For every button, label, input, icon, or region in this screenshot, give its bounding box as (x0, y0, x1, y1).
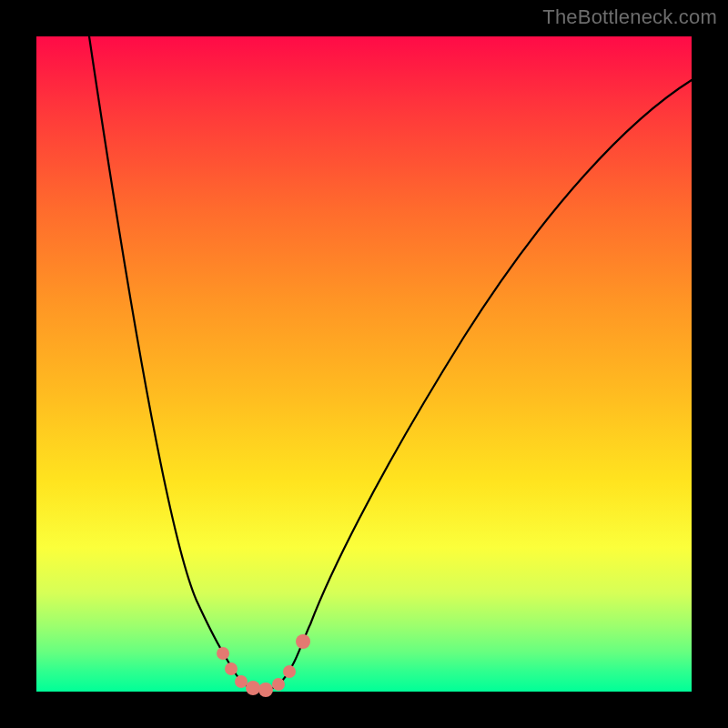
curve-svg (36, 36, 692, 692)
curve-marker (296, 634, 310, 649)
curve-marker (258, 682, 273, 697)
plot-area (36, 36, 692, 692)
curve-marker (217, 647, 229, 660)
chart-frame: TheBottleneck.com (0, 0, 728, 728)
curve-marker (272, 678, 285, 691)
watermark-text: TheBottleneck.com (542, 5, 717, 29)
curve-marker (235, 675, 248, 688)
curve-marker (283, 665, 296, 678)
curve-marker (246, 681, 260, 695)
marker-group (217, 634, 310, 697)
curve-marker (225, 662, 238, 675)
bottleneck-curve (89, 36, 692, 691)
